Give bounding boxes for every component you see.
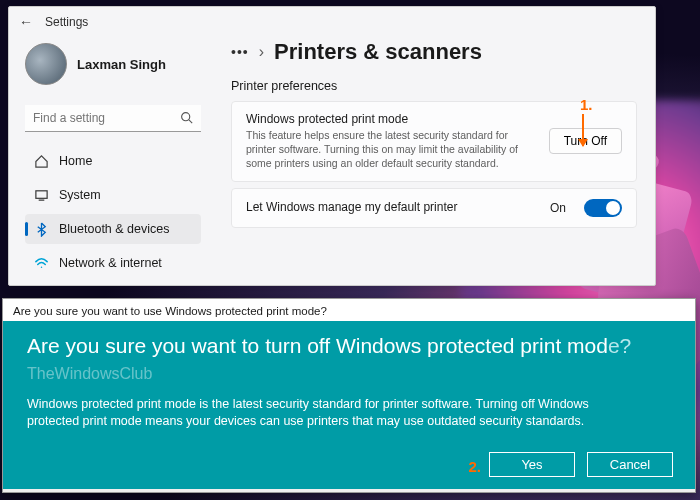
sidebar-item-label: System (59, 188, 101, 202)
sidebar: Laxman Singh Home System (9, 37, 209, 285)
breadcrumb-more-icon[interactable]: ••• (231, 44, 249, 60)
content-pane: ••• › Printers & scanners Printer prefer… (209, 37, 655, 285)
svg-point-0 (182, 113, 190, 121)
settings-window: ← Settings Laxman Singh Home (8, 6, 656, 286)
toggle-state-label: On (550, 201, 566, 215)
sidebar-item-label: Network & internet (59, 256, 162, 270)
setting-card-protected-print: Windows protected print mode This featur… (231, 101, 637, 182)
setting-description: This feature helps ensure the latest sec… (246, 128, 537, 171)
section-heading: Printer preferences (231, 79, 637, 93)
chevron-right-icon: › (259, 43, 264, 61)
sidebar-item-label: Bluetooth & devices (59, 222, 170, 236)
sidebar-item-label: Home (59, 154, 92, 168)
dialog-message: Windows protected print mode is the late… (27, 396, 637, 431)
dialog-body: Are you sure you want to turn off Window… (3, 321, 695, 489)
cancel-button[interactable]: Cancel (587, 452, 673, 477)
annotation-label-2: 2. (468, 458, 481, 475)
system-icon (33, 187, 49, 203)
avatar (25, 43, 67, 85)
search-input[interactable] (25, 105, 201, 132)
dialog-heading-text: Are you sure you want to turn off Window… (27, 334, 608, 357)
svg-line-1 (189, 120, 192, 123)
toggle-switch[interactable] (584, 199, 622, 217)
dialog-actions: Yes Cancel (489, 452, 673, 477)
dialog-titlebar: Are you sure you want to use Windows pro… (3, 299, 695, 321)
window-title: Settings (45, 15, 88, 29)
setting-title: Windows protected print mode (246, 112, 537, 126)
annotation-arrow-icon (582, 114, 584, 146)
svg-rect-2 (35, 190, 46, 198)
dialog-heading: Are you sure you want to turn off Window… (27, 333, 671, 386)
user-name: Laxman Singh (77, 57, 166, 72)
page-title: Printers & scanners (274, 39, 482, 65)
setting-title: Let Windows manage my default printer (246, 200, 538, 214)
home-icon (33, 153, 49, 169)
setting-card-default-printer: Let Windows manage my default printer On (231, 188, 637, 228)
search-field[interactable] (25, 105, 201, 132)
sidebar-item-home[interactable]: Home (25, 146, 201, 176)
back-icon[interactable]: ← (19, 14, 33, 30)
search-icon[interactable] (180, 111, 193, 127)
bluetooth-icon (33, 221, 49, 237)
breadcrumb: ••• › Printers & scanners (231, 39, 637, 65)
titlebar: ← Settings (9, 7, 655, 37)
sidebar-item-network[interactable]: Network & internet (25, 248, 201, 278)
dialog-heading-q: e? (608, 334, 631, 357)
wifi-icon (33, 255, 49, 271)
annotation-label-1: 1. (580, 96, 593, 113)
user-profile[interactable]: Laxman Singh (25, 41, 201, 87)
sidebar-item-bluetooth-devices[interactable]: Bluetooth & devices (25, 214, 201, 244)
confirmation-dialog: Are you sure you want to use Windows pro… (2, 298, 696, 493)
yes-button[interactable]: Yes (489, 452, 575, 477)
watermark-text: TheWindowsClub (27, 365, 152, 382)
sidebar-item-system[interactable]: System (25, 180, 201, 210)
